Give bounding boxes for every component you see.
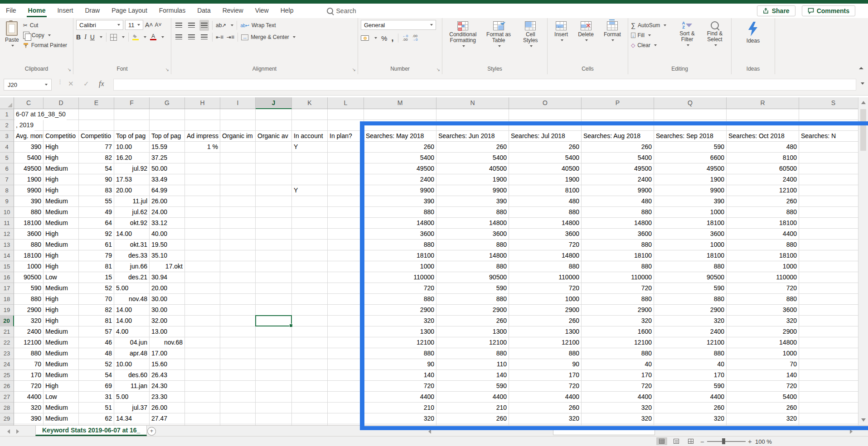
- decrease-font-button[interactable]: A˅: [155, 22, 162, 28]
- cell-E13[interactable]: 61: [79, 240, 114, 250]
- cell-F17[interactable]: 5.00: [114, 283, 150, 294]
- cell-P26[interactable]: 720: [582, 381, 654, 392]
- cell-D14[interactable]: High: [44, 250, 79, 261]
- row-header-25[interactable]: 25: [0, 370, 14, 381]
- cell-P27[interactable]: 4400: [582, 392, 654, 403]
- cell-I3[interactable]: Organic im: [220, 131, 256, 142]
- cell-F1[interactable]: [114, 109, 150, 120]
- cell-C19[interactable]: 2900: [14, 305, 44, 316]
- cell-S19[interactable]: [799, 305, 858, 316]
- merge-center-button[interactable]: ↔Merge & Center: [241, 33, 296, 42]
- cell-C4[interactable]: 390: [14, 142, 44, 153]
- cell-D29[interactable]: Medium: [44, 413, 79, 424]
- cell-R11[interactable]: 18100: [727, 218, 799, 229]
- cell-Q9[interactable]: 390: [654, 196, 727, 207]
- cell-C14[interactable]: 18100: [14, 250, 44, 261]
- cell-K28[interactable]: [292, 403, 328, 413]
- collapse-ribbon-icon[interactable]: [859, 67, 863, 69]
- cell-F19[interactable]: 14.00: [114, 305, 150, 316]
- cell-D19[interactable]: High: [44, 305, 79, 316]
- cell-M10[interactable]: 880: [364, 207, 436, 218]
- increase-indent-button[interactable]: ⇥≡: [227, 34, 234, 40]
- cell-L25[interactable]: [328, 370, 364, 381]
- cell-R7[interactable]: 2400: [727, 174, 799, 185]
- row-header-18[interactable]: 18: [0, 294, 14, 305]
- cell-H24[interactable]: [185, 359, 220, 370]
- cell-D8[interactable]: High: [44, 185, 79, 196]
- cell-C20[interactable]: 320: [14, 316, 44, 326]
- cell-P19[interactable]: 2900: [582, 305, 654, 316]
- cell-R6[interactable]: 60500: [727, 163, 799, 174]
- cell-K19[interactable]: [292, 305, 328, 316]
- cell-F9[interactable]: 11.jul: [114, 196, 150, 207]
- row-header-2[interactable]: 2: [0, 120, 14, 131]
- cell-J10[interactable]: [256, 207, 292, 218]
- cell-M4[interactable]: 260: [364, 142, 436, 153]
- cell-S24[interactable]: [799, 359, 858, 370]
- cell-F27[interactable]: 5.00: [114, 392, 150, 403]
- cell-S26[interactable]: [799, 381, 858, 392]
- cell-F14[interactable]: des.33: [114, 250, 150, 261]
- next-sheet-icon[interactable]: [16, 429, 19, 434]
- cell-R3[interactable]: Searches: Oct 2018: [727, 131, 799, 142]
- cell-I23[interactable]: [220, 348, 256, 359]
- cell-O9[interactable]: 480: [509, 196, 582, 207]
- row-header-8[interactable]: 8: [0, 185, 14, 196]
- cell-N24[interactable]: 110: [436, 359, 509, 370]
- cell-K2[interactable]: [292, 120, 328, 131]
- cell-D27[interactable]: Low: [44, 392, 79, 403]
- cell-F4[interactable]: 10.00: [114, 142, 150, 153]
- vertical-scrollbar[interactable]: [858, 97, 868, 425]
- cell-C29[interactable]: 390: [14, 413, 44, 424]
- cell-O6[interactable]: 40500: [509, 163, 582, 174]
- cell-G5[interactable]: 37.25: [150, 153, 185, 163]
- cell-I28[interactable]: [220, 403, 256, 413]
- cell-G18[interactable]: 30.00: [150, 294, 185, 305]
- cell-E19[interactable]: 82: [79, 305, 114, 316]
- cell-D24[interactable]: Medium: [44, 359, 79, 370]
- cell-Q19[interactable]: 2900: [654, 305, 727, 316]
- cell-S18[interactable]: [799, 294, 858, 305]
- row-header-5[interactable]: 5: [0, 153, 14, 163]
- format-painter-button[interactable]: Format Painter: [23, 41, 67, 50]
- cell-J18[interactable]: [256, 294, 292, 305]
- cell-E4[interactable]: 77: [79, 142, 114, 153]
- cell-H5[interactable]: [185, 153, 220, 163]
- sort-filter-button[interactable]: AZ Sort & Filter: [674, 20, 700, 63]
- cell-Q20[interactable]: 320: [654, 316, 727, 326]
- cell-N21[interactable]: 1300: [436, 326, 509, 337]
- row-header-16[interactable]: 16: [0, 272, 14, 283]
- cell-P5[interactable]: 5400: [582, 153, 654, 163]
- cell-Q18[interactable]: 880: [654, 294, 727, 305]
- font-family-select[interactable]: Calibri: [76, 20, 123, 30]
- cell-G21[interactable]: 13.00: [150, 326, 185, 337]
- cell-H19[interactable]: [185, 305, 220, 316]
- cell-E20[interactable]: 81: [79, 316, 114, 326]
- cell-H18[interactable]: [185, 294, 220, 305]
- cell-N8[interactable]: 9900: [436, 185, 509, 196]
- cell-M19[interactable]: 2900: [364, 305, 436, 316]
- cell-R22[interactable]: 14800: [727, 337, 799, 348]
- cell-N28[interactable]: 210: [436, 403, 509, 413]
- cell-J16[interactable]: [256, 272, 292, 283]
- cell-C21[interactable]: 2400: [14, 326, 44, 337]
- cell-R17[interactable]: 720: [727, 283, 799, 294]
- cell-Q4[interactable]: 590: [654, 142, 727, 153]
- cell-F3[interactable]: Top of pag: [114, 131, 150, 142]
- cell-L4[interactable]: [328, 142, 364, 153]
- row-header-27[interactable]: 27: [0, 392, 14, 403]
- cell-J19[interactable]: [256, 305, 292, 316]
- cell-G25[interactable]: 26.43: [150, 370, 185, 381]
- cell-D21[interactable]: Medium: [44, 326, 79, 337]
- cell-P1[interactable]: [582, 109, 654, 120]
- cell-F8[interactable]: 20.00: [114, 185, 150, 196]
- cell-E1[interactable]: [79, 109, 114, 120]
- cell-I10[interactable]: [220, 207, 256, 218]
- cell-R9[interactable]: 260: [727, 196, 799, 207]
- row-header-15[interactable]: 15: [0, 261, 14, 272]
- cell-P8[interactable]: 9900: [582, 185, 654, 196]
- cell-F18[interactable]: nov.48: [114, 294, 150, 305]
- cell-D3[interactable]: Competitio: [44, 131, 79, 142]
- cell-C16[interactable]: 90500: [14, 272, 44, 283]
- cell-O10[interactable]: 880: [509, 207, 582, 218]
